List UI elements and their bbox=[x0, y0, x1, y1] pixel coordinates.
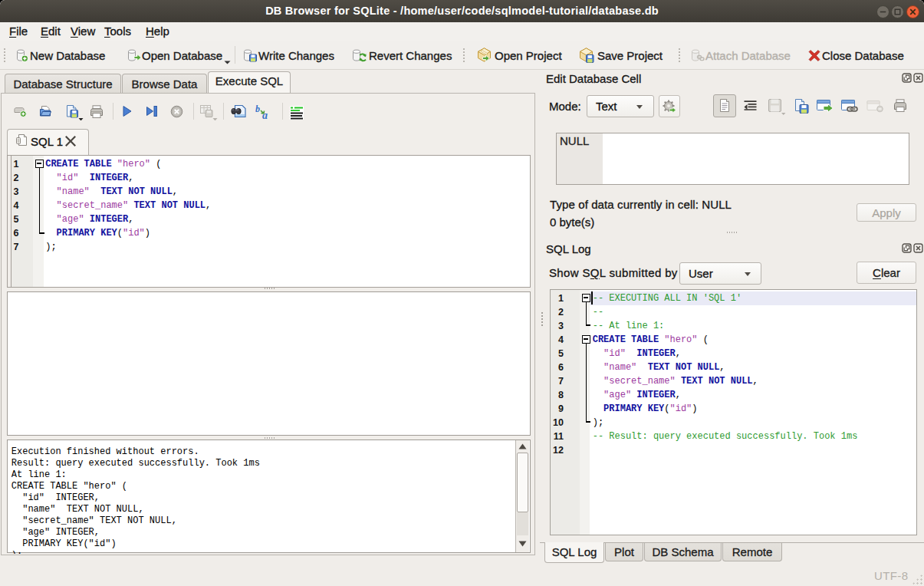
svg-text:b: b bbox=[255, 104, 260, 114]
svg-text:a: a bbox=[262, 110, 268, 120]
